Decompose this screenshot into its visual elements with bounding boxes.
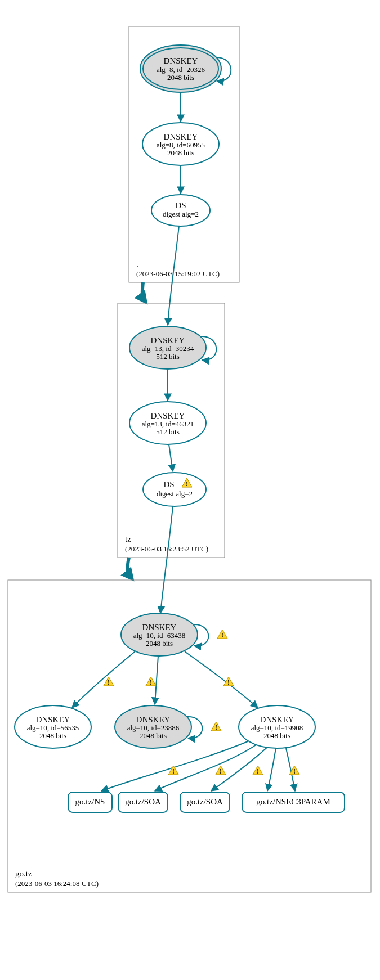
node-root-ksk[interactable]: DNSKEY alg=8, id=20326 2048 bits xyxy=(140,45,221,92)
svg-text:alg=13, id=46321: alg=13, id=46321 xyxy=(142,420,194,428)
svg-text:512 bits: 512 bits xyxy=(156,428,180,436)
node-root-zsk[interactable]: DNSKEY alg=8, id=60955 2048 bits xyxy=(142,123,219,165)
svg-text:alg=13, id=30234: alg=13, id=30234 xyxy=(142,344,194,353)
svg-text:DNSKEY: DNSKEY xyxy=(151,336,185,345)
svg-text:go.tz/NSEC3PARAM: go.tz/NSEC3PARAM xyxy=(256,797,330,806)
svg-text:2048 bits: 2048 bits xyxy=(263,731,290,740)
edge-gotz-ksk-k3 xyxy=(185,651,258,708)
warning-icon xyxy=(168,766,178,775)
edge-k3-nsec3-a xyxy=(267,748,276,791)
zone-root-label: . xyxy=(136,259,138,268)
zone-gotz-time: (2023-06-03 16:24:08 UTC) xyxy=(15,879,99,888)
node-tz-ds[interactable]: DS digest alg=2 xyxy=(143,473,206,506)
svg-text:alg=10, id=19908: alg=10, id=19908 xyxy=(251,723,303,732)
edge-deleg-tz-gotz xyxy=(128,558,132,578)
node-gotz-key-56535[interactable]: DNSKEY alg=10, id=56535 2048 bits xyxy=(15,705,91,748)
svg-text:2048 bits: 2048 bits xyxy=(167,149,194,157)
svg-text:2048 bits: 2048 bits xyxy=(167,73,194,82)
svg-text:2048 bits: 2048 bits xyxy=(39,731,66,740)
edge-tz-zsk-ds xyxy=(169,444,173,471)
node-gotz-key-23886[interactable]: DNSKEY alg=10, id=23886 2048 bits xyxy=(115,705,191,748)
svg-text:go.tz/SOA: go.tz/SOA xyxy=(125,797,161,806)
svg-text:DNSKEY: DNSKEY xyxy=(164,56,198,65)
svg-text:DNSKEY: DNSKEY xyxy=(164,132,198,141)
warning-icon xyxy=(216,766,226,775)
svg-text:alg=10, id=56535: alg=10, id=56535 xyxy=(27,723,79,732)
node-gotz-ksk[interactable]: DNSKEY alg=10, id=63438 2048 bits xyxy=(121,613,198,656)
zone-gotz-label: go.tz xyxy=(15,869,32,878)
svg-text:2048 bits: 2048 bits xyxy=(140,731,167,740)
rr-nsec3param[interactable]: go.tz/NSEC3PARAM xyxy=(242,792,345,812)
node-root-ds[interactable]: DS digest alg=2 xyxy=(151,195,210,226)
node-gotz-key-19908[interactable]: DNSKEY alg=10, id=19908 2048 bits xyxy=(239,705,315,748)
svg-text:alg=8, id=20326: alg=8, id=20326 xyxy=(157,65,205,74)
dnssec-graph: ! . (2023-06-03 15:19:02 UTC) DNSKEY alg… xyxy=(0,0,380,980)
warning-icon xyxy=(253,766,263,775)
rr-ns[interactable]: go.tz/NS xyxy=(68,792,112,812)
rr-soa-2[interactable]: go.tz/SOA xyxy=(180,792,230,812)
svg-text:DS: DS xyxy=(175,201,186,210)
svg-text:alg=10, id=23886: alg=10, id=23886 xyxy=(127,723,180,732)
svg-text:digest alg=2: digest alg=2 xyxy=(157,489,193,498)
edge-ds-gotz-ksk xyxy=(160,506,173,613)
svg-text:DNSKEY: DNSKEY xyxy=(142,623,177,632)
svg-text:alg=10, id=63438: alg=10, id=63438 xyxy=(133,631,186,640)
zone-tz-label: tz xyxy=(125,534,131,543)
edge-k3-soa1 xyxy=(155,745,256,791)
warning-icon xyxy=(211,722,221,731)
svg-text:go.tz/SOA: go.tz/SOA xyxy=(187,797,223,806)
svg-text:DS: DS xyxy=(163,480,174,489)
warning-icon xyxy=(104,677,114,686)
svg-text:go.tz/NS: go.tz/NS xyxy=(75,797,105,806)
svg-text:DNSKEY: DNSKEY xyxy=(260,715,294,724)
zone-root-time: (2023-06-03 15:19:02 UTC) xyxy=(136,269,220,278)
warning-icon xyxy=(217,630,227,639)
svg-text:2048 bits: 2048 bits xyxy=(146,639,173,648)
rr-soa-1[interactable]: go.tz/SOA xyxy=(118,792,168,812)
svg-text:alg=8, id=60955: alg=8, id=60955 xyxy=(157,141,205,149)
svg-text:DNSKEY: DNSKEY xyxy=(136,715,171,724)
edge-gotz-ksk-k1 xyxy=(72,651,135,708)
edge-gotz-ksk-k2 xyxy=(155,656,158,704)
edge-deleg-root-tz xyxy=(142,282,145,302)
node-tz-ksk[interactable]: DNSKEY alg=13, id=30234 512 bits xyxy=(129,326,206,369)
zone-tz-time: (2023-06-03 16:23:52 UTC) xyxy=(125,545,208,553)
edge-k3-ns xyxy=(101,741,248,791)
svg-text:DNSKEY: DNSKEY xyxy=(36,715,70,724)
svg-text:512 bits: 512 bits xyxy=(156,352,180,361)
svg-text:digest alg=2: digest alg=2 xyxy=(163,210,199,218)
node-tz-zsk[interactable]: DNSKEY alg=13, id=46321 512 bits xyxy=(129,402,206,444)
svg-text:DNSKEY: DNSKEY xyxy=(151,411,185,420)
warning-icon xyxy=(146,677,156,686)
